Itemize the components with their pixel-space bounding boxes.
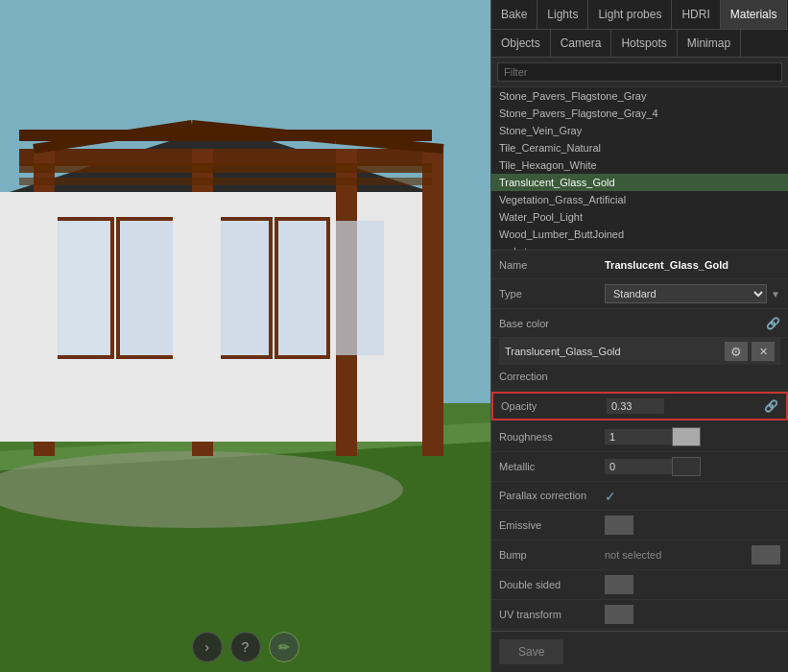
tab-objects[interactable]: Objects bbox=[491, 30, 551, 57]
name-label: Name bbox=[499, 259, 605, 271]
save-button[interactable]: Save bbox=[499, 639, 563, 664]
properties-panel: Name Translucent_Glass_Gold Type Standar… bbox=[491, 251, 788, 631]
type-select[interactable]: Standard bbox=[605, 284, 767, 303]
texture-row: Translucent_Glass_Gold ⚙ ✕ bbox=[499, 338, 780, 365]
svg-rect-22 bbox=[0, 192, 58, 442]
roughness-input[interactable] bbox=[605, 429, 672, 444]
bump-label: Bump bbox=[499, 549, 605, 561]
svg-rect-15 bbox=[221, 221, 269, 355]
svg-rect-17 bbox=[336, 221, 384, 355]
tab-materials[interactable]: Materials bbox=[721, 0, 788, 29]
material-list[interactable]: Stone_Pavers_Flagstone_Gray Stone_Pavers… bbox=[491, 87, 788, 251]
tab-bake[interactable]: Bake bbox=[491, 0, 537, 29]
type-row: Type Standard ▼ bbox=[491, 279, 788, 309]
metallic-row: Metallic bbox=[491, 452, 788, 482]
svg-rect-25 bbox=[19, 163, 432, 173]
tab-bar-second: Objects Camera Hotspots Minimap bbox=[491, 30, 788, 58]
metallic-swatch[interactable] bbox=[672, 457, 701, 476]
filter-input[interactable] bbox=[497, 62, 782, 82]
opacity-row: Opacity 🔗 bbox=[491, 392, 788, 420]
tab-lights[interactable]: Lights bbox=[537, 0, 588, 29]
double-sided-label: Double sided bbox=[499, 579, 605, 590]
tab-minimap[interactable]: Minimap bbox=[678, 30, 741, 57]
svg-rect-12 bbox=[422, 149, 443, 456]
tab-bar-top: Bake Lights Light probes HDRI Materials bbox=[491, 0, 788, 30]
type-dropdown-icon: ▼ bbox=[771, 289, 780, 300]
emissive-label: Emissive bbox=[499, 519, 605, 531]
base-color-label: Base color bbox=[499, 318, 605, 329]
bump-value: not selected bbox=[605, 549, 752, 561]
metallic-label: Metallic bbox=[499, 461, 605, 472]
base-color-link-icon[interactable]: 🔗 bbox=[766, 317, 780, 330]
brush-btn[interactable]: ✏ bbox=[269, 632, 299, 662]
scene-svg bbox=[0, 0, 490, 672]
material-item[interactable]: Tile_Hexagon_White bbox=[491, 156, 788, 174]
svg-rect-26 bbox=[19, 178, 432, 185]
parallax-row: Parallax correction ✓ bbox=[491, 482, 788, 511]
roughness-row: Roughness bbox=[491, 422, 788, 452]
svg-rect-24 bbox=[60, 223, 108, 353]
svg-rect-16 bbox=[278, 221, 326, 355]
metallic-input[interactable] bbox=[605, 459, 672, 474]
emissive-swatch[interactable] bbox=[605, 516, 633, 535]
parallax-check[interactable]: ✓ bbox=[605, 489, 616, 504]
tab-hdri[interactable]: HDRI bbox=[672, 0, 720, 29]
parallax-label: Parallax correction bbox=[499, 489, 605, 502]
material-item[interactable]: Vegetation_Grass_Artificial bbox=[491, 191, 788, 208]
svg-rect-14 bbox=[120, 221, 173, 355]
material-item[interactable]: Tile_Ceramic_Natural bbox=[491, 139, 788, 156]
texture-name: Translucent_Glass_Gold bbox=[505, 346, 721, 357]
texture-remove-btn[interactable]: ✕ bbox=[752, 342, 775, 361]
roughness-swatch[interactable] bbox=[672, 427, 701, 446]
opacity-input[interactable] bbox=[607, 398, 664, 414]
uv-transform-label: UV transform bbox=[499, 609, 605, 620]
correction-label: Correction bbox=[499, 368, 780, 385]
material-item[interactable]: yorkstone bbox=[491, 243, 788, 251]
material-item[interactable]: Stone_Vein_Gray bbox=[491, 122, 788, 139]
opacity-link-icon[interactable]: 🔗 bbox=[764, 399, 778, 413]
tab-hotspots[interactable]: Hotspots bbox=[611, 30, 677, 57]
bump-row: Bump not selected bbox=[491, 540, 788, 570]
viewport: › ? ✏ bbox=[0, 0, 490, 672]
base-color-row: Base color 🔗 bbox=[491, 309, 788, 338]
arrow-right-btn[interactable]: › bbox=[192, 632, 223, 662]
type-label: Type bbox=[499, 288, 605, 300]
material-item[interactable]: Wood_Lumber_ButtJoined bbox=[491, 226, 788, 243]
brush-icon: ✏ bbox=[278, 639, 290, 655]
material-item[interactable]: Water_Pool_Light bbox=[491, 208, 788, 226]
svg-point-4 bbox=[0, 451, 403, 528]
opacity-label: Opacity bbox=[501, 400, 607, 412]
uv-transform-swatch[interactable] bbox=[605, 605, 633, 624]
texture-settings-btn[interactable]: ⚙ bbox=[725, 342, 748, 361]
tab-camera[interactable]: Camera bbox=[551, 30, 612, 57]
material-item-selected[interactable]: Translucent_Glass_Gold bbox=[491, 174, 788, 191]
material-item[interactable]: Stone_Pavers_Flagstone_Gray_4 bbox=[491, 105, 788, 122]
arrow-right-icon: › bbox=[204, 639, 209, 655]
viewport-toolbar: › ? ✏ bbox=[192, 632, 299, 662]
double-sided-swatch[interactable] bbox=[605, 575, 633, 594]
double-sided-row: Double sided bbox=[491, 570, 788, 600]
tab-light-probes[interactable]: Light probes bbox=[588, 0, 672, 29]
help-icon: ? bbox=[242, 639, 250, 655]
svg-rect-23 bbox=[173, 192, 221, 442]
right-panel: Bake Lights Light probes HDRI Materials … bbox=[490, 0, 788, 672]
material-item[interactable]: Stone_Pavers_Flagstone_Gray bbox=[491, 87, 788, 105]
bump-swatch[interactable] bbox=[752, 545, 780, 564]
uv-transform-row: UV transform bbox=[491, 600, 788, 630]
help-btn[interactable]: ? bbox=[230, 632, 261, 662]
emissive-row: Emissive bbox=[491, 511, 788, 540]
save-section: Save bbox=[491, 631, 788, 672]
roughness-label: Roughness bbox=[499, 431, 605, 443]
name-row: Name Translucent_Glass_Gold bbox=[491, 251, 788, 279]
name-value: Translucent_Glass_Gold bbox=[605, 259, 780, 271]
filter-bar bbox=[491, 58, 788, 87]
